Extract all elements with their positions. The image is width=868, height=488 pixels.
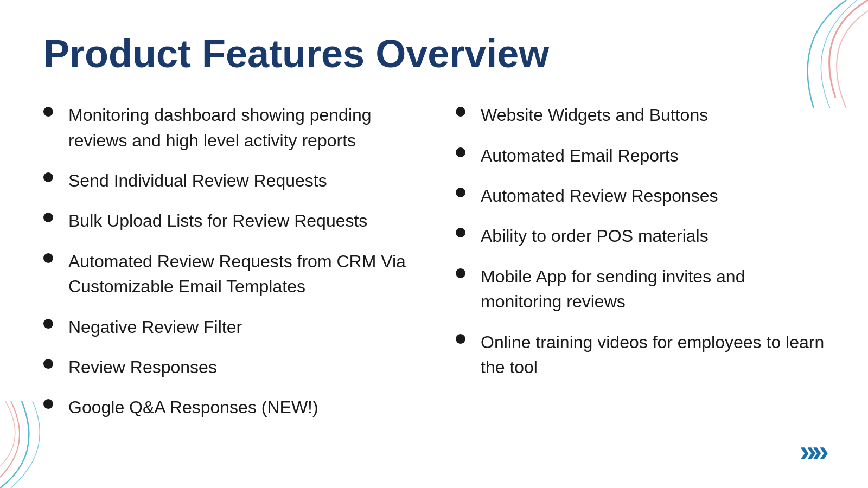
list-item: Automated Review Responses bbox=[456, 183, 825, 208]
list-item: Bulk Upload Lists for Review Requests bbox=[43, 208, 412, 233]
list-item: Website Widgets and Buttons bbox=[456, 102, 825, 127]
bullet-text: Online training videos for employees to … bbox=[481, 330, 825, 380]
bullet-text: Automated Review Responses bbox=[481, 183, 718, 208]
list-item: Automated Email Reports bbox=[456, 143, 825, 168]
bullet-dot bbox=[456, 107, 465, 117]
bullet-text: Website Widgets and Buttons bbox=[481, 102, 708, 127]
list-item: Google Q&A Responses (NEW!) bbox=[43, 395, 412, 420]
right-column: Website Widgets and Buttons Automated Em… bbox=[456, 102, 825, 435]
bullet-dot bbox=[456, 188, 465, 197]
bullet-dot bbox=[43, 253, 53, 263]
bullet-text: Monitoring dashboard showing pending rev… bbox=[68, 102, 412, 153]
list-item: Send Individual Review Requests bbox=[43, 168, 412, 193]
bullet-text: Bulk Upload Lists for Review Requests bbox=[68, 208, 367, 233]
bullet-text: Automated Email Reports bbox=[481, 143, 679, 168]
bullet-dot bbox=[43, 319, 53, 329]
page-title: Product Features Overview bbox=[43, 33, 825, 75]
bullet-dot bbox=[456, 334, 465, 344]
slide-page: Product Features Overview Monitoring das… bbox=[0, 0, 868, 488]
bullet-text: Negative Review Filter bbox=[68, 314, 242, 339]
bullet-text: Review Responses bbox=[68, 355, 217, 380]
bullet-dot bbox=[456, 147, 465, 157]
list-item: Monitoring dashboard showing pending rev… bbox=[43, 102, 412, 153]
bullet-text: Automated Review Requests from CRM Via C… bbox=[68, 249, 412, 299]
list-item: Negative Review Filter bbox=[43, 314, 412, 339]
bullet-text: Ability to order POS materials bbox=[481, 223, 709, 248]
bullet-text: Google Q&A Responses (NEW!) bbox=[68, 395, 318, 420]
bullet-text: Mobile App for sending invites and monit… bbox=[481, 264, 825, 314]
list-item: Mobile App for sending invites and monit… bbox=[456, 264, 825, 314]
nav-chevrons[interactable]: »» bbox=[800, 436, 825, 466]
bullet-dot bbox=[456, 268, 465, 278]
list-item: Ability to order POS materials bbox=[456, 223, 825, 248]
bullet-dot bbox=[43, 399, 53, 409]
bullet-text: Send Individual Review Requests bbox=[68, 168, 327, 193]
bullet-dot bbox=[43, 359, 53, 369]
list-item: Automated Review Requests from CRM Via C… bbox=[43, 249, 412, 299]
list-item: Review Responses bbox=[43, 355, 412, 380]
content-grid: Monitoring dashboard showing pending rev… bbox=[43, 102, 825, 435]
bullet-dot bbox=[43, 172, 53, 182]
bullet-dot bbox=[43, 213, 53, 222]
next-chevron-icon[interactable]: »» bbox=[800, 434, 825, 468]
bullet-dot bbox=[456, 228, 465, 237]
left-column: Monitoring dashboard showing pending rev… bbox=[43, 102, 412, 435]
list-item: Online training videos for employees to … bbox=[456, 330, 825, 380]
bullet-dot bbox=[43, 107, 53, 117]
